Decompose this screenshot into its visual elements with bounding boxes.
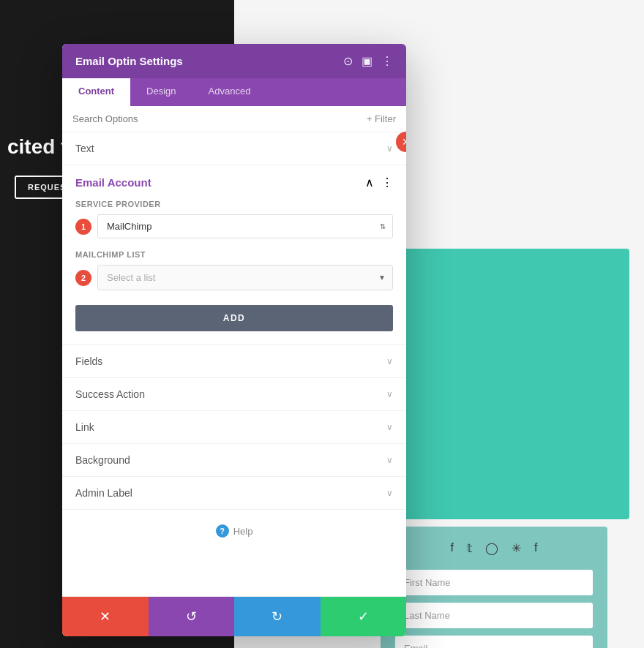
filter-label: + Filter: [367, 113, 396, 124]
email-account-more-icon[interactable]: ⋮: [381, 176, 393, 189]
email-account-collapse-icon[interactable]: ∧: [365, 176, 374, 189]
email-optin-modal: Email Optin Settings ⊙ ▣ ⋮ Content Desig…: [62, 44, 406, 636]
fields-chevron-icon: ∨: [386, 356, 393, 366]
modal-footer: ✕ ↺ ↻ ✓: [62, 596, 406, 636]
help-circle-icon: ?: [216, 524, 229, 538]
fields-section-label: Fields: [75, 355, 102, 367]
social-icons-row: f 𝕥 ◯ ✳ f: [395, 541, 593, 555]
help-button[interactable]: ? Help: [216, 524, 253, 538]
background-chevron-icon: ∨: [386, 455, 393, 465]
step-2-badge: 2: [75, 270, 91, 286]
admin-label-section-row[interactable]: Admin Label ∨: [62, 477, 406, 510]
add-button[interactable]: ADD: [75, 305, 393, 331]
last-name-preview: Last Name: [395, 603, 593, 628]
email-account-title: Email Account: [75, 176, 151, 189]
admin-label-chevron-icon: ∨: [386, 488, 393, 498]
email-account-header[interactable]: Email Account ∧ ⋮: [62, 165, 406, 200]
success-action-label: Success Action: [75, 388, 145, 400]
text-chevron-icon: ∨: [386, 143, 393, 154]
bg-form-card: f 𝕥 ◯ ✳ f First Name Last Name Email Sub…: [381, 527, 607, 648]
tab-content[interactable]: Content: [62, 78, 130, 106]
service-provider-select[interactable]: MailChimp: [97, 214, 393, 238]
link-section-label: Link: [75, 421, 94, 433]
email-account-section: Email Account ∧ ⋮ Service Provider 1 Mai…: [62, 165, 406, 345]
admin-label-section-label: Admin Label: [75, 487, 132, 499]
modal-header: Email Optin Settings ⊙ ▣ ⋮: [62, 44, 406, 78]
modal-content-area: Text ∨ Email Account ∧ ⋮ Service Provide…: [62, 132, 406, 596]
header-icons: ⊙ ▣ ⋮: [343, 54, 393, 68]
help-label: Help: [233, 526, 253, 537]
success-action-section-row[interactable]: Success Action ∨: [62, 378, 406, 411]
tab-design[interactable]: Design: [130, 78, 192, 106]
columns-icon[interactable]: ▣: [362, 54, 372, 68]
background-section-label: Background: [75, 454, 130, 466]
email-preview: Email: [395, 636, 593, 648]
filter-button[interactable]: + Filter: [367, 113, 396, 124]
bottom-spacer: [62, 552, 406, 596]
email-account-content: Service Provider 1 MailChimp ⇅ MailChimp…: [62, 200, 406, 344]
mailchimp-list-wrapper: 2 Select a list ▼: [75, 265, 393, 290]
email-account-header-icons: ∧ ⋮: [365, 176, 393, 189]
first-name-preview: First Name: [395, 570, 593, 595]
search-input[interactable]: [72, 113, 361, 124]
service-provider-label: Service Provider: [75, 200, 393, 208]
help-row: ? Help: [62, 510, 406, 552]
instagram-icon: ◯: [485, 541, 498, 555]
link-section-row[interactable]: Link ∨: [62, 411, 406, 444]
save-button[interactable]: ✓: [321, 597, 407, 636]
text-section-row[interactable]: Text ∨: [62, 132, 406, 165]
dribbble-icon: ✳: [512, 541, 521, 555]
search-bar: + Filter: [62, 106, 406, 132]
fields-section-row[interactable]: Fields ∨: [62, 345, 406, 378]
link-chevron-icon: ∨: [386, 422, 393, 432]
text-section-label: Text: [75, 143, 94, 154]
success-action-chevron-icon: ∨: [386, 389, 393, 399]
tab-bar: Content Design Advanced: [62, 78, 406, 106]
mailchimp-list-label: MailChimp List: [75, 250, 393, 259]
kebab-menu-icon[interactable]: ⋮: [381, 54, 393, 68]
undo-button[interactable]: ↺: [149, 597, 235, 636]
facebook2-icon: f: [534, 541, 537, 555]
mailchimp-list-select[interactable]: Select a list: [97, 265, 393, 290]
focus-icon[interactable]: ⊙: [343, 54, 353, 68]
background-section-row[interactable]: Background ∨: [62, 444, 406, 477]
bg-teal-card: f 𝕥 ◯ ✳ f First Name Last Name Email Sub…: [381, 249, 629, 519]
redo-button[interactable]: ↻: [234, 597, 321, 636]
cancel-button[interactable]: ✕: [62, 597, 149, 636]
service-provider-wrapper: 1 MailChimp ⇅: [75, 214, 393, 238]
twitter-icon: 𝕥: [467, 541, 472, 555]
step-1-badge: 1: [75, 219, 91, 235]
facebook-icon: f: [451, 541, 454, 555]
tab-advanced[interactable]: Advanced: [192, 78, 267, 106]
modal-title: Email Optin Settings: [75, 55, 183, 67]
